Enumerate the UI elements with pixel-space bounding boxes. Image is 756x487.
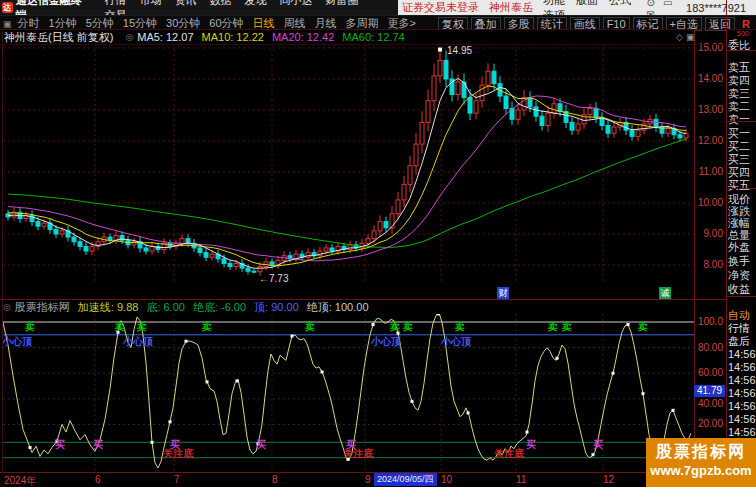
signal-buy: 买 [55,439,65,450]
quote-row-换手: 换手 [728,254,750,269]
menu-item-版面[interactable]: 版面 [576,0,598,6]
signal-sell: 卖 [402,321,413,332]
indicator-settings-icon[interactable]: ◎ [125,32,133,42]
menu-item-财富圈[interactable]: 财富圈 [325,0,358,6]
ma-label-0: MA5: 12.07 [137,31,193,43]
svg-text:←7.73: ←7.73 [259,273,289,284]
axis-month-12: 12 [603,474,614,485]
current-stock-name: 神州泰岳 [489,0,533,15]
period-tab-1分钟[interactable]: 1分钟 [49,17,77,29]
banner-char-财: 财 [497,287,509,299]
period-tab-周线[interactable]: 周线 [284,17,306,29]
period-tab-60分钟[interactable]: 60分钟 [209,17,243,29]
index-membership-tag: 500 [737,30,749,37]
indicator-source: 股票指标网 [15,300,70,315]
price-tick-13: 13.00 [694,104,723,115]
signal-watch_bottom: 关注底 [162,448,194,459]
margin-flag: R [742,18,750,30]
period-tab-5分钟[interactable]: 5分钟 [86,17,114,29]
candlestick-chart[interactable]: 14.95←7.73 [3,44,694,284]
signal-sell: 卖 [637,321,648,332]
banner-char-诚: 诚 [659,287,671,299]
signal-sell: 卖 [114,321,125,332]
main-chart-title-bar: 神州泰岳(日线 前复权) ◎ MA5: 12.07MA10: 12.22MA20… [0,30,694,44]
price-tick-9: 9.00 [694,228,723,239]
indicator-param-4: 绝顶: 100.00 [307,301,369,313]
quote-separator [727,121,756,122]
tick-time-row: 14:56 [728,413,756,425]
period-tab-15分钟[interactable]: 15分钟 [123,17,157,29]
indicator-tick-80: 80.00 [694,342,723,353]
indicator-tick-40: 40.00 [694,398,723,409]
indicator-param-1: 底: 6.00 [146,301,185,313]
quote-row-净资: 净资 [728,268,750,283]
signal-sell: 卖 [304,321,315,332]
period-tab-多周期[interactable]: 多周期 [346,17,379,29]
crosshair-date-tag: 2024/09/05/四 [374,473,437,486]
tick-time-row: 14:56 [728,348,756,360]
signal-sell: 卖 [136,321,147,332]
tick-time-row: 14:56 [728,400,756,412]
price-tick-12: 12.00 [694,135,723,146]
signal-sell: 卖 [454,321,465,332]
axis-year-label: 2024年 [4,474,36,487]
menu-item-数据[interactable]: 数据 [209,0,231,6]
tick-time-row: 14:56 [728,387,756,399]
axis-month-6: 6 [95,474,101,485]
menu-item-发现[interactable]: 发现 [244,0,266,6]
toolbar-buttons: 复权叠加多股统计画线F10标记+自选返回 R [438,18,756,30]
period-tab-日线[interactable]: 日线 [253,17,275,29]
price-tick-8: 8.00 [694,259,723,270]
ma-label-3: MA60: 12.74 [342,31,404,43]
signal-watch_bottom: 关注底 [342,448,374,459]
axis-month-8: 8 [272,474,278,485]
signal-buy: 买 [256,439,266,450]
signal-sell: 卖 [389,321,400,332]
period-tab-分时[interactable]: 分时 [18,17,40,29]
period-tab-更多>[interactable]: 更多> [388,17,416,29]
signal-sell: 卖 [561,321,572,332]
signal-sell: 卖 [201,321,212,332]
tick-time-row: 14:56 [728,361,756,373]
signal-caution_top: 小心顶 [122,336,154,347]
tick-time-row: 14:56 [728,374,756,386]
quote-separator [727,188,756,189]
menu-item-公式[interactable]: 公式 [609,0,631,6]
price-tick-14: 14.00 [694,73,723,84]
signal-caution_top: 小心顶 [370,336,402,347]
maximize-pane-icon[interactable]: ▣ [686,32,695,42]
axis-month-10: 10 [441,474,452,485]
service-icon[interactable]: ⊙ [647,0,655,8]
menu-item-市场[interactable]: 市场 [139,0,161,6]
period-tab-30分钟[interactable]: 30分钟 [166,17,200,29]
login-status[interactable]: 证券交易未登录 [402,0,479,15]
period-tab-月线[interactable]: 月线 [315,17,337,29]
signal-buy: 买 [93,439,103,450]
accelerator-indicator-chart[interactable]: 卖卖卖卖卖卖卖卖卖卖卖小心顶小心顶小心顶小心顶买买买买买买买买关注底关注底关注底 [3,314,694,472]
stock-title: 神州泰岳(日线 前复权) [4,30,113,45]
quote-panel[interactable]: 委比卖五卖四卖三卖二卖一买一买二买三买四买五现价涨跌涨幅总量外盘换手净资收益自动… [727,30,756,487]
indicator-settings-icon[interactable]: ◎ [3,302,11,312]
diamond-icon[interactable]: ◇ [676,32,683,42]
menubar-left: 达通达信金融终端 行情市场资讯数据发现问小达财富圈交易 [0,0,398,15]
indicator-tick-60: 60.00 [694,367,723,378]
axis-month-9: 9 [365,474,371,485]
signal-watch_bottom: 关注底 [493,448,525,459]
ma-label-1: MA10: 12.22 [202,31,264,43]
site-watermark: 股票指标网 www.7gpzb.com [646,438,756,487]
tdx-terminal-window: 达通达信金融终端 行情市场资讯数据发现问小达财富圈交易 证券交易未登录 神州泰岳… [0,0,756,487]
app-logo-icon: 达 [2,2,13,13]
svg-text:14.95: 14.95 [447,45,472,56]
signal-caution_top: 小心顶 [440,336,472,347]
indicator-tick-20: 20.00 [694,418,723,429]
quote-tab-盘后[interactable]: 盘后 [728,334,750,349]
price-tick-11: 11.00 [694,166,723,177]
menu-item-功能[interactable]: 功能 [543,0,565,6]
window-layout-icon[interactable]: ▣ [3,19,12,29]
mobile-icon[interactable]: ▭ [663,0,672,8]
menu-item-行情[interactable]: 行情 [104,0,126,6]
signal-sell: 卖 [24,321,35,332]
menu-item-问小达[interactable]: 问小达 [279,0,312,6]
quote-row-卖一: 卖一 [728,112,750,127]
menu-item-资讯[interactable]: 资讯 [174,0,196,6]
